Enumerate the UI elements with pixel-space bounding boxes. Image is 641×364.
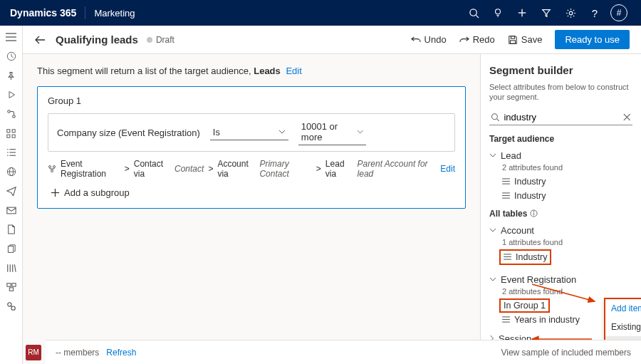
globe-icon[interactable] [6,166,17,177]
segment-icon[interactable] [6,281,17,293]
svg-point-0 [469,9,476,15]
user-avatar[interactable]: # [607,0,631,26]
module-label: Marketing [94,8,135,19]
attribute-search[interactable] [489,110,632,125]
svg-point-7 [569,11,573,15]
operator-dropdown[interactable]: Is [210,125,288,140]
members-count: -- members [56,348,99,358]
all-tables-header: All tables [489,209,632,219]
user-badge[interactable]: RM [26,345,41,360]
save-button[interactable]: Save [508,34,543,45]
eventreg-count: 2 attributes found [489,287,632,296]
svg-point-13 [7,110,10,113]
svg-point-47 [492,113,498,119]
group-header: Group 1 [48,95,455,106]
svg-point-42 [49,166,51,168]
svg-line-39 [11,306,12,307]
grid-icon[interactable] [6,128,17,139]
svg-rect-18 [12,135,15,137]
svg-line-1 [476,15,479,18]
undo-button[interactable]: Undo [411,34,447,45]
panel-description: Select attributes from below to construc… [489,82,632,103]
play-icon[interactable] [6,89,17,100]
refresh-link[interactable]: Refresh [106,348,136,358]
account-industry-highlighted[interactable]: Industry [499,249,551,265]
svg-rect-16 [12,129,15,132]
search-icon [491,113,499,122]
entity-account[interactable]: Account [489,223,632,238]
back-button[interactable] [34,35,46,45]
svg-line-48 [497,118,499,120]
clock-icon[interactable] [6,51,17,62]
entity-lead[interactable]: Lead [489,148,632,163]
target-audience-header: Target audience [489,134,632,144]
status-dot [147,37,152,43]
in-group-1-highlighted[interactable]: In Group 1 [499,298,550,313]
canvas: This segment will return a list of the t… [23,54,480,364]
filter-icon[interactable] [534,0,558,26]
add-icon[interactable] [510,0,534,26]
svg-rect-15 [7,129,10,132]
relationship-path: Event Registration> Contact via Contact>… [48,159,455,179]
help-icon[interactable]: ? [583,0,607,26]
list-icon[interactable] [6,147,17,158]
svg-point-44 [51,170,53,172]
app-header: Dynamics 365 Marketing ? # [0,0,641,26]
left-nav-rail [0,26,23,364]
condition-attribute: Company size (Event Registration) [57,128,200,138]
footer-bar: RM -- members Refresh View sample of inc… [46,340,641,364]
svg-rect-35 [11,284,15,286]
gear-icon[interactable] [558,0,583,26]
header-divider [85,6,85,19]
path-tree-icon [48,165,56,173]
link-icon[interactable] [6,301,17,312]
popup-existing-group[interactable]: Existing group› [605,318,641,336]
page-icon[interactable] [6,224,17,235]
svg-rect-34 [6,284,10,286]
lead-industry-1[interactable]: Industry [489,175,632,189]
intro-edit-link[interactable]: Edit [286,66,301,76]
intro-text: This segment will return a list of the t… [37,66,466,76]
svg-point-43 [53,166,56,168]
view-sample-link[interactable]: View sample of included members [501,348,631,358]
svg-point-2 [496,9,501,14]
svg-rect-17 [7,135,10,137]
path-edit-link[interactable]: Edit [440,164,455,174]
svg-point-59 [533,211,534,212]
segment-builder-panel: Segment builder Select attributes from b… [480,54,641,364]
condition-box: Company size (Event Registration) Is 100… [48,113,455,152]
library-icon[interactable] [6,262,17,274]
panel-title: Segment builder [489,64,632,76]
lead-industry-2[interactable]: Industry [489,189,632,203]
info-icon[interactable] [530,209,538,217]
lead-count: 2 attributes found [489,163,632,172]
svg-rect-29 [8,246,13,252]
svg-line-33 [14,264,16,272]
value-dropdown[interactable]: 10001 or more [298,120,366,145]
account-count: 1 attributes found [489,238,632,246]
clear-search-icon[interactable] [623,113,631,121]
search-input[interactable] [499,112,623,123]
journey-icon[interactable] [6,108,17,120]
svg-rect-28 [6,207,15,214]
group-1: Group 1 Company size (Event Registration… [37,86,466,209]
add-subgroup-button[interactable]: Add a subgroup [48,187,455,198]
svg-rect-40 [511,36,514,38]
ready-to-use-button[interactable]: Ready to use [555,30,630,49]
popup-header: Add item to [605,299,641,318]
svg-rect-36 [9,288,13,291]
entity-event-registration[interactable]: Event Registration [489,272,632,287]
send-icon[interactable] [6,185,17,197]
redo-button[interactable]: Redo [459,34,495,45]
copy-icon[interactable] [6,243,17,254]
menu-icon[interactable] [6,31,17,43]
mail-icon[interactable] [6,204,17,216]
lightbulb-icon[interactable] [486,0,510,26]
brand-label: Dynamics 365 [10,7,76,19]
command-bar: Qualifying leads Draft Undo Redo Save Re… [23,26,641,54]
pin-icon[interactable] [6,70,17,81]
svg-point-14 [12,115,15,118]
svg-rect-41 [510,40,515,43]
search-icon[interactable] [462,0,486,26]
page-title: Qualifying leads [56,33,138,46]
